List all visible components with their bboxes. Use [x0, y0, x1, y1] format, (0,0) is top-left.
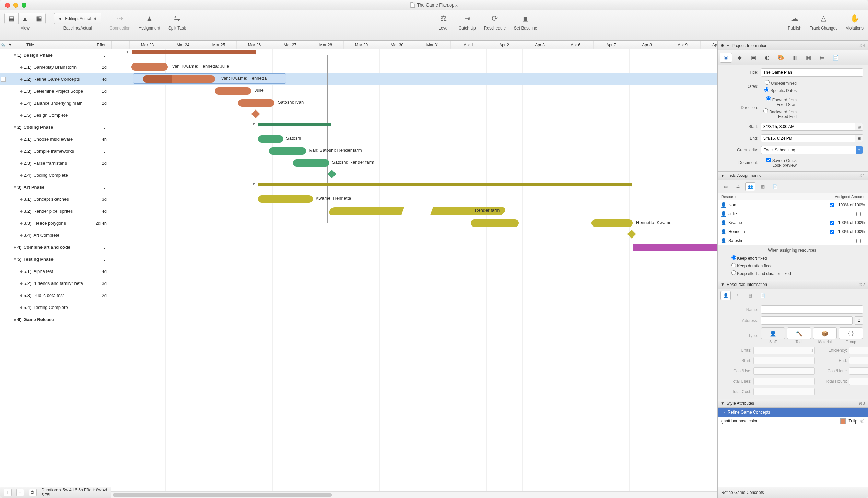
task-tab-assignments[interactable]: 👥: [745, 182, 755, 191]
catchup-button[interactable]: ⇥ Catch Up: [459, 13, 476, 31]
quicklook-checkbox[interactable]: Save a Quick Look preview: [761, 158, 797, 168]
totuse-input[interactable]: [753, 378, 815, 385]
res-tab-3[interactable]: ▦: [745, 291, 755, 300]
disclosure-icon[interactable]: ◆: [19, 197, 24, 201]
disclosure-icon[interactable]: ◆: [19, 221, 24, 225]
outline-row[interactable]: ◆2.2)Compile frameworks…: [0, 145, 111, 157]
disclosure-icon[interactable]: ◆: [19, 89, 24, 93]
outline-row[interactable]: ▼3)Art Phase…: [0, 181, 111, 193]
efficiency-input[interactable]: [849, 347, 868, 354]
publish-button[interactable]: ☁ Publish: [788, 13, 801, 31]
tab-info[interactable]: ◉: [720, 53, 732, 63]
outline-row[interactable]: ◆4)Combine art and code…: [0, 241, 111, 253]
disclosure-icon[interactable]: ▼: [252, 122, 256, 126]
outline-row[interactable]: ◆2.4)Coding Complete: [0, 169, 111, 181]
track-changes-button[interactable]: △ Track Changes: [810, 13, 837, 31]
disclosure-icon[interactable]: ◆: [19, 233, 24, 237]
disclosure-icon[interactable]: ▼: [13, 53, 17, 57]
task-bar[interactable]: [131, 63, 168, 71]
res-start-input[interactable]: [753, 357, 815, 364]
task-bar-combine[interactable]: [633, 244, 717, 251]
calendar-icon[interactable]: ▦: [855, 134, 863, 142]
assignment-row[interactable]: 👤Julie: [718, 209, 868, 218]
set-baseline-button[interactable]: ▣ Set Baseline: [514, 13, 537, 31]
disclosure-icon[interactable]: ▼: [13, 125, 17, 129]
outline-row[interactable]: ◆2.1)Choose middleware4h: [0, 133, 111, 145]
keep-effort-radio[interactable]: Keep effort fixed: [731, 255, 863, 261]
color-swatch[interactable]: [840, 418, 846, 424]
close-window-button[interactable]: [5, 3, 10, 8]
calendar-icon[interactable]: ▦: [855, 123, 863, 131]
task-bar[interactable]: [269, 147, 306, 155]
violations-button[interactable]: ✋ Violations: [846, 13, 864, 31]
group-bar-coding[interactable]: [258, 123, 331, 127]
disclosure-icon[interactable]: ◆: [19, 281, 24, 285]
disclosure-icon[interactable]: ◆: [19, 305, 24, 309]
outline-row[interactable]: ◆1.1)Gameplay Brainstorm2d: [0, 61, 111, 73]
assignment-row[interactable]: 👤Kwame100% of 100%: [718, 218, 868, 227]
flag-column-icon[interactable]: ⚑: [7, 43, 13, 47]
task-bar[interactable]: [258, 195, 313, 203]
gantt-scrollbar[interactable]: [111, 491, 717, 498]
group-bar-design[interactable]: [132, 50, 256, 55]
outline-row[interactable]: ▼1)Design Phase…: [0, 49, 111, 61]
outline-list[interactable]: ▼1)Design Phase…◆1.1)Gameplay Brainstorm…: [0, 49, 111, 487]
outline-row[interactable]: ◆1.5)Design Complete: [0, 109, 111, 121]
task-tab-1[interactable]: ▭: [720, 182, 731, 191]
assign-checkbox[interactable]: [830, 221, 834, 225]
inspector-resource-header[interactable]: ▼Resource: Information⌘2: [718, 280, 868, 289]
assignment-row[interactable]: 👤Ivan100% of 100%: [718, 200, 868, 209]
disclosure-icon[interactable]: ◆: [19, 149, 24, 153]
outline-row[interactable]: ◆3.1)Concept sketches3d: [0, 193, 111, 205]
keep-duration-radio[interactable]: Keep duration fixed: [731, 263, 863, 268]
task-bar[interactable]: [215, 87, 251, 95]
type-tool[interactable]: 🔨: [787, 327, 811, 339]
title-column[interactable]: Title: [13, 43, 89, 47]
tab-7[interactable]: ▤: [816, 53, 828, 63]
keep-both-radio[interactable]: Keep effort and duration fixed: [731, 270, 863, 276]
style-attribute-row[interactable]: gantt bar base color Tulip ⓧ: [718, 417, 868, 426]
disclosure-icon[interactable]: ▼: [726, 44, 730, 47]
outline-row[interactable]: ◆3.3)Fleece polygons2d 4h: [0, 217, 111, 229]
inspector-style-header[interactable]: ▼Style Attributes⌘3: [718, 399, 868, 408]
project-title-input[interactable]: [761, 68, 863, 77]
outline-row[interactable]: ◆3.2)Render pixel sprites4d: [0, 205, 111, 217]
tab-6[interactable]: ▦: [802, 53, 814, 63]
gear-icon[interactable]: ⚙: [720, 43, 724, 48]
dates-specific-radio[interactable]: Specific Dates: [761, 87, 797, 93]
tab-8[interactable]: 📄: [830, 53, 842, 63]
type-group[interactable]: { }: [839, 327, 863, 339]
task-bar[interactable]: [293, 159, 329, 167]
outline-row[interactable]: ◆1.4)Balance underlying math2d: [0, 97, 111, 109]
outline-row[interactable]: ◆3.4)Art Complete: [0, 229, 111, 241]
tab-5[interactable]: ▥: [788, 53, 801, 63]
disclosure-icon[interactable]: ◆: [19, 137, 24, 141]
outline-row[interactable]: ◆1.2)Refine Game Concepts4d: [0, 73, 111, 85]
gantt-body[interactable]: ▼ Ivan; Kwame; Henrietta; Julie Ivan; Kw…: [111, 49, 717, 491]
outline-row[interactable]: ◆6)Game Release: [0, 313, 111, 325]
tab-4[interactable]: 🎨: [775, 53, 787, 63]
direction-backward-radio[interactable]: Backward from Fixed End: [761, 108, 797, 119]
assignment-row[interactable]: 👤Henrietta100% of 100%: [718, 227, 868, 236]
res-tab-2[interactable]: ⚲: [733, 291, 743, 300]
assignment-row[interactable]: 👤Satoshi: [718, 236, 868, 245]
granularity-select[interactable]: Exact Scheduling▾: [761, 146, 863, 154]
disclosure-icon[interactable]: ◆: [19, 77, 24, 81]
disclosure-icon[interactable]: ▼: [13, 257, 17, 261]
task-bar[interactable]: [591, 219, 633, 227]
outline-row[interactable]: ▼5)Testing Phase…: [0, 253, 111, 265]
disclosure-icon[interactable]: ▼: [13, 185, 17, 189]
task-bar[interactable]: [471, 219, 519, 227]
view-calendar-button[interactable]: ▦: [32, 13, 46, 24]
assign-checkbox[interactable]: [856, 239, 861, 243]
disclosure-icon[interactable]: ◆: [19, 65, 24, 69]
split-task-button[interactable]: ⇋ Split Task: [168, 13, 186, 31]
dates-undetermined-radio[interactable]: Undetermined: [761, 80, 797, 86]
editing-segment[interactable]: ●Editing: Actual▴▾: [54, 13, 101, 24]
view-resource-button[interactable]: ▲: [18, 13, 32, 24]
assignment-button[interactable]: ▲ Assignment: [139, 13, 160, 31]
disclosure-icon[interactable]: ◆: [19, 209, 24, 213]
scrollbar-thumb[interactable]: [113, 493, 332, 497]
task-tab-4[interactable]: ▦: [758, 182, 768, 191]
view-gantt-button[interactable]: ▤: [4, 13, 18, 24]
